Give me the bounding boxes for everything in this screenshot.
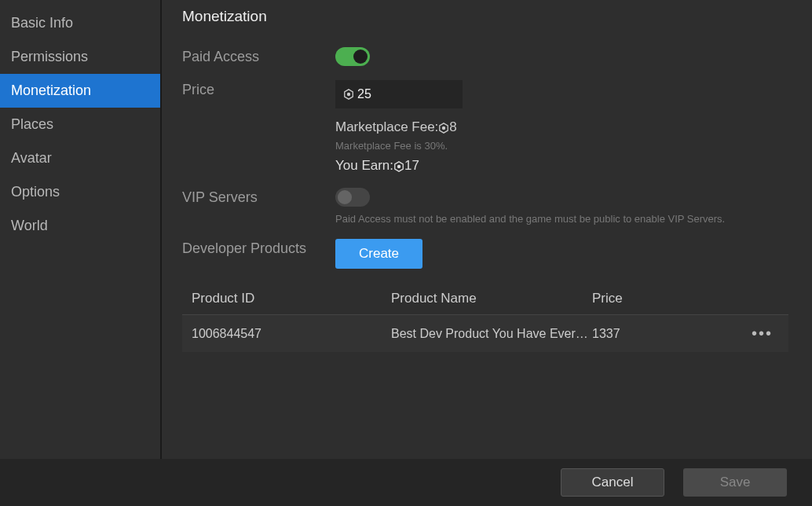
you-earn-label: You Earn: — [335, 158, 393, 173]
sidebar-item-label: Options — [11, 184, 60, 200]
column-header-price: Price — [592, 291, 749, 306]
robux-icon — [438, 123, 449, 134]
cell-product-name: Best Dev Product You Have Ever… — [391, 327, 592, 341]
marketplace-fee-value: 8 — [449, 119, 456, 134]
svg-point-1 — [347, 93, 350, 96]
cell-price: 1337 — [592, 327, 749, 341]
price-value: 25 — [357, 87, 371, 101]
marketplace-fee-note: Marketplace Fee is 30%. — [335, 140, 812, 152]
vip-servers-label: VIP Servers — [182, 188, 335, 206]
paid-access-toggle[interactable] — [335, 47, 370, 66]
svg-point-5 — [397, 164, 401, 167]
page-title: Monetization — [182, 8, 812, 25]
sidebar-item-label: Avatar — [11, 150, 52, 166]
svg-point-3 — [442, 126, 445, 129]
main-panel: Monetization Paid Access Price 25 Market… — [162, 0, 812, 459]
sidebar-item-monetization[interactable]: Monetization — [0, 74, 160, 108]
sidebar-item-permissions[interactable]: Permissions — [0, 40, 160, 74]
sidebar-item-places[interactable]: Places — [0, 108, 160, 141]
robux-icon — [343, 89, 354, 100]
create-button[interactable]: Create — [335, 239, 422, 269]
vip-servers-toggle — [335, 188, 370, 207]
marketplace-fee: Marketplace Fee:8 — [335, 119, 812, 135]
products-table: Product ID Product Name Price 1006844547… — [182, 283, 788, 352]
price-label: Price — [182, 80, 335, 98]
sidebar-item-basic-info[interactable]: Basic Info — [0, 6, 160, 40]
sidebar-item-label: Monetization — [11, 82, 91, 98]
vip-servers-note: Paid Access must not be enabled and the … — [335, 213, 812, 225]
cancel-button[interactable]: Cancel — [561, 468, 664, 497]
column-header-product-id: Product ID — [192, 291, 391, 306]
more-icon[interactable]: ••• — [752, 324, 773, 342]
sidebar-item-world[interactable]: World — [0, 209, 160, 243]
cell-product-id: 1006844547 — [192, 327, 391, 341]
sidebar-item-label: Basic Info — [11, 15, 73, 31]
sidebar: Basic Info Permissions Monetization Plac… — [0, 0, 162, 459]
price-input[interactable]: 25 — [335, 80, 463, 108]
column-header-product-name: Product Name — [391, 291, 592, 306]
robux-icon — [393, 161, 404, 172]
marketplace-fee-label: Marketplace Fee: — [335, 119, 438, 134]
paid-access-label: Paid Access — [182, 47, 335, 65]
sidebar-item-label: Places — [11, 116, 53, 132]
sidebar-item-avatar[interactable]: Avatar — [0, 141, 160, 175]
footer: Cancel Save — [0, 459, 812, 506]
you-earn-value: 17 — [404, 158, 419, 173]
table-row[interactable]: 1006844547 Best Dev Product You Have Eve… — [182, 315, 788, 352]
sidebar-item-label: Permissions — [11, 49, 88, 64]
developer-products-label: Developer Products — [182, 239, 335, 257]
sidebar-item-options[interactable]: Options — [0, 175, 160, 209]
you-earn: You Earn:17 — [335, 158, 812, 174]
sidebar-item-label: World — [11, 218, 48, 233]
save-button: Save — [683, 468, 787, 497]
